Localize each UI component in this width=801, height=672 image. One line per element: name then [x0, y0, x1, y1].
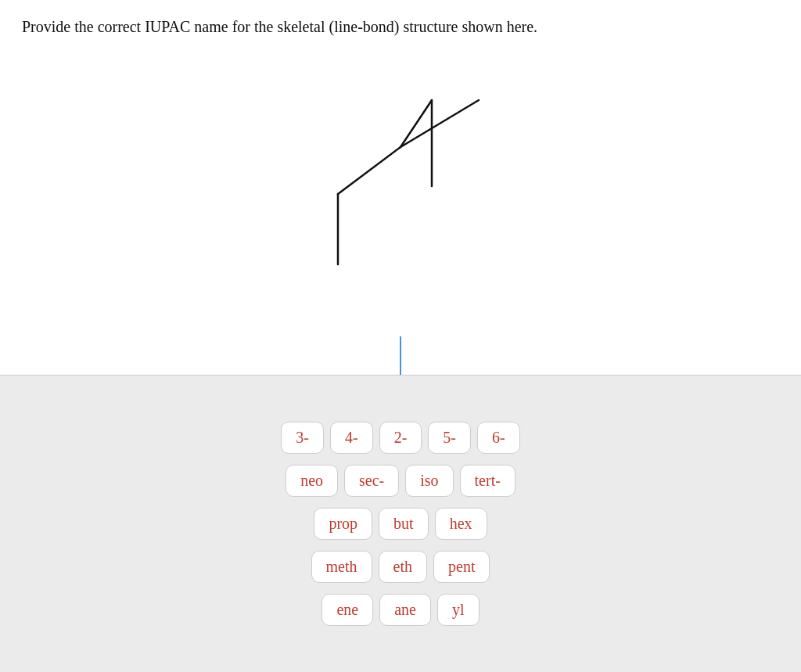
btn-eth[interactable]: eth [379, 551, 427, 583]
vertical-cursor-line [400, 336, 401, 376]
top-section: Provide the correct IUPAC name for the s… [0, 0, 801, 376]
svg-line-2 [400, 100, 479, 147]
btn-ene[interactable]: ene [321, 594, 373, 626]
btn-neo[interactable]: neo [286, 465, 338, 497]
horizontal-divider [0, 375, 801, 376]
button-row-3: prop but hex [314, 508, 487, 540]
btn-ane[interactable]: ane [379, 594, 431, 626]
btn-pent[interactable]: pent [433, 551, 490, 583]
button-row-1: 3- 4- 2- 5- 6- [281, 422, 519, 454]
btn-yl[interactable]: yl [437, 594, 480, 626]
btn-but[interactable]: but [379, 508, 429, 540]
btn-sec[interactable]: sec- [344, 465, 399, 497]
svg-line-3 [400, 100, 432, 147]
btn-5[interactable]: 5- [428, 422, 471, 454]
btn-prop[interactable]: prop [314, 508, 372, 540]
btn-tert[interactable]: tert- [460, 465, 515, 497]
btn-meth[interactable]: meth [311, 551, 372, 583]
divider-container [0, 336, 801, 376]
molecule-area [22, 45, 779, 296]
button-row-5: ene ane yl [321, 594, 479, 626]
btn-hex[interactable]: hex [435, 508, 487, 540]
molecule-svg [275, 61, 526, 280]
bottom-section: 3- 4- 2- 5- 6- neo sec- iso tert- prop b… [0, 376, 801, 672]
svg-line-1 [338, 147, 400, 194]
button-row-2: neo sec- iso tert- [286, 465, 515, 497]
question-text: Provide the correct IUPAC name for the s… [22, 16, 726, 38]
btn-6[interactable]: 6- [477, 422, 520, 454]
btn-iso[interactable]: iso [405, 465, 453, 497]
btn-2[interactable]: 2- [379, 422, 422, 454]
btn-4[interactable]: 4- [330, 422, 373, 454]
btn-3[interactable]: 3- [281, 422, 324, 454]
button-row-4: meth eth pent [311, 551, 490, 583]
